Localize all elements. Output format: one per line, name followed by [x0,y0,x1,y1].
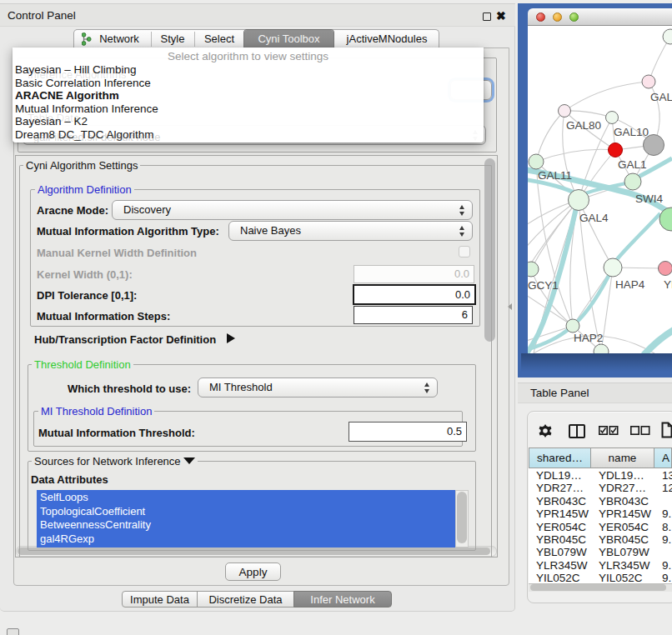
svg-text:GCY1: GCY1 [528,279,559,292]
svg-text:HAP2: HAP2 [574,332,603,344]
svg-text:HAP4: HAP4 [615,278,645,291]
svg-text:GAL4: GAL4 [579,212,609,224]
svg-text:GAL80: GAL80 [566,119,601,132]
svg-text:SWI4: SWI4 [635,192,663,205]
svg-text:GAL11: GAL11 [538,169,572,182]
svg-text:GAL10: GAL10 [614,126,649,138]
svg-text:YM: YM [664,278,672,291]
svg-text:GAL1: GAL1 [618,158,647,171]
svg-text:GAL7: GAL7 [650,91,672,103]
